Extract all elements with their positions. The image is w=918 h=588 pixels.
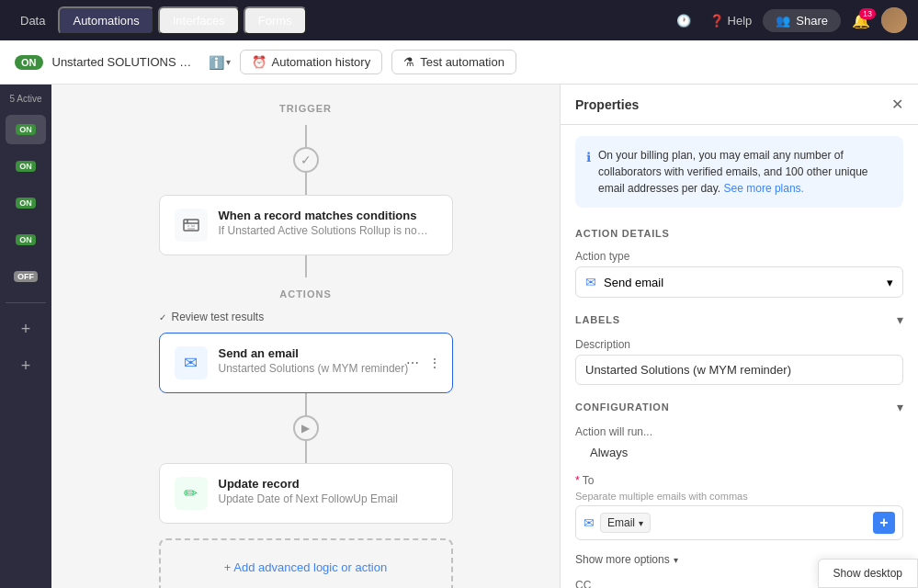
sidebar-item-3[interactable]: ON [6, 188, 46, 218]
to-hint: Separate multiple emails with commas [575, 491, 903, 502]
nav-tab-automations[interactable]: Automations [58, 6, 153, 35]
description-input[interactable] [575, 355, 903, 385]
chevron-down-icon: ▾ [226, 57, 231, 67]
nav-tab-interfaces[interactable]: Interfaces [158, 6, 240, 35]
main-layout: 5 Active ON ON ON ON OFF + + TRIGGER ✓ [0, 85, 918, 588]
panel-close-btn[interactable]: ✕ [891, 96, 903, 113]
sidebar-badge-5: OFF [14, 271, 38, 282]
sidebar-active-count: 5 Active [6, 94, 46, 104]
config-title: CONFIGURATION [575, 401, 669, 413]
trigger-card-title: When a record matches conditions [219, 209, 437, 222]
config-toggle-btn[interactable]: ▾ [897, 400, 903, 414]
automation-history-btn[interactable]: ⏰ Automation history [240, 50, 383, 74]
action-type-field: Action type ✉ Send email ▾ [561, 244, 918, 303]
config-section-header: CONFIGURATION ▾ [561, 390, 918, 420]
email-select-dropdown[interactable]: Email ▾ [600, 513, 651, 533]
info-icon: ℹ️ [209, 55, 224, 70]
automation-name: Unstarted SOLUTIONS Email to ... [52, 55, 199, 69]
to-email-row: ✉ Email ▾ + [575, 505, 903, 540]
action-type-label: Action type [575, 250, 903, 263]
update-record-icon: ✏ [175, 477, 208, 510]
billing-notice: ℹ On your billing plan, you may email an… [575, 136, 903, 208]
canvas-area: TRIGGER ✓ When a record matches conditio… [51, 85, 560, 588]
chevron-down-icon-review: ✓ [159, 312, 166, 322]
action-type-chevron: ▾ [887, 276, 893, 289]
trigger-label: TRIGGER [88, 103, 523, 114]
test-icon: ⚗ [403, 55, 414, 69]
avatar[interactable] [881, 7, 907, 33]
send-email-card-sub: Unstarted Solutions (w MYM reminder) [219, 362, 430, 375]
connector-5 [305, 441, 307, 463]
show-desktop-banner[interactable]: Show desktop [818, 559, 918, 588]
sidebar-item-1[interactable]: ON [6, 115, 46, 144]
action-type-select[interactable]: ✉ Send email ▾ [575, 266, 903, 298]
brand-data[interactable]: Data [11, 10, 54, 31]
notifications-btn[interactable]: 🔔 13 [844, 8, 878, 33]
show-more-chevron: ▾ [674, 555, 678, 565]
share-icon: 👥 [776, 14, 790, 28]
sidebar-add-btn-2[interactable]: + [6, 351, 46, 380]
send-email-action-card[interactable]: ✉ Send an email Unstarted Solutions (w M… [159, 333, 453, 393]
labels-section-header: LABELS ▾ [561, 303, 918, 333]
help-icon: ❓ [709, 14, 724, 28]
sidebar-badge-3: ON [16, 198, 36, 209]
email-add-btn[interactable]: + [873, 512, 895, 534]
required-star: * [575, 474, 583, 487]
clock-icon: 🕐 [676, 14, 691, 28]
trigger-card[interactable]: When a record matches conditions If Unst… [159, 195, 453, 255]
check-circle: ✓ [293, 147, 319, 173]
nav-tab-forms[interactable]: Forms [244, 6, 307, 35]
email-select-chevron: ▾ [639, 518, 643, 528]
sidebar-badge-4: ON [16, 234, 36, 245]
sidebar-item-2[interactable]: ON [6, 152, 46, 181]
trigger-card-sub: If Unstarted Active Solutions Rollup is … [219, 224, 430, 237]
actions-label: ACTIONS [88, 288, 523, 300]
action-menu-more-btn[interactable]: ⋮ [425, 354, 445, 372]
update-record-card-title: Update record [219, 477, 437, 491]
billing-link[interactable]: See more plans. [724, 182, 804, 195]
to-field: * To Separate multiple emails with comma… [561, 469, 918, 546]
share-btn[interactable]: 👥 Share [763, 9, 841, 32]
history-nav-btn[interactable]: 🕐 [669, 10, 698, 31]
trigger-card-content: When a record matches conditions If Unst… [219, 209, 437, 237]
sidebar-badge-2: ON [16, 161, 36, 172]
run-value: Always [575, 442, 903, 463]
labels-toggle-btn[interactable]: ▾ [897, 312, 903, 327]
billing-notice-text: On your billing plan, you may email any … [598, 147, 892, 197]
connector-1 [305, 125, 307, 147]
panel-title: Properties [575, 97, 639, 112]
connector-4 [305, 393, 307, 415]
trigger-icon [175, 209, 208, 242]
labels-title: LABELS [575, 314, 620, 325]
action-details-section-header: ACTION DETAILS [561, 219, 918, 244]
action-type-email-icon: ✉ [585, 275, 596, 289]
help-btn[interactable]: ❓ Help [702, 10, 760, 31]
play-circle: ▶ [293, 415, 319, 441]
sub-header: ON Unstarted SOLUTIONS Email to ... ℹ️ ▾… [0, 40, 918, 85]
add-logic-label: + Add advanced logic or action [224, 560, 387, 574]
sidebar-badge-1: ON [16, 124, 36, 135]
action-card-menu: ⋯ ⋮ [402, 354, 445, 372]
action-type-select-inner: ✉ Send email [585, 275, 663, 289]
to-label: * To [575, 474, 903, 487]
description-label: Description [575, 338, 903, 351]
sidebar-item-4[interactable]: ON [6, 225, 46, 254]
send-email-icon: ✉ [175, 346, 208, 379]
sidebar-add-btn-1[interactable]: + [6, 314, 46, 344]
run-label: Action will run... [575, 425, 903, 438]
add-logic-card[interactable]: + Add advanced logic or action [159, 538, 453, 588]
info-btn[interactable]: ℹ️ ▾ [209, 55, 231, 70]
connector-2 [305, 173, 307, 195]
test-automation-btn[interactable]: ⚗ Test automation [391, 50, 516, 74]
automation-toggle[interactable]: ON [15, 55, 43, 70]
billing-info-icon: ℹ [586, 148, 591, 197]
top-nav: Data Automations Interfaces Forms 🕐 ❓ He… [0, 0, 918, 40]
history-icon: ⏰ [252, 55, 266, 69]
review-test-results-bar[interactable]: ✓ Review test results [159, 311, 453, 323]
sidebar-item-5[interactable]: OFF [6, 262, 46, 291]
sidebar: 5 Active ON ON ON ON OFF + + [0, 85, 51, 588]
update-record-action-card[interactable]: ✏ Update record Update Date of Next Foll… [159, 463, 453, 524]
properties-panel: Properties ✕ ℹ On your billing plan, you… [560, 85, 918, 588]
update-record-card-content: Update record Update Date of Next Follow… [219, 477, 437, 505]
action-menu-dots-btn[interactable]: ⋯ [402, 354, 423, 372]
